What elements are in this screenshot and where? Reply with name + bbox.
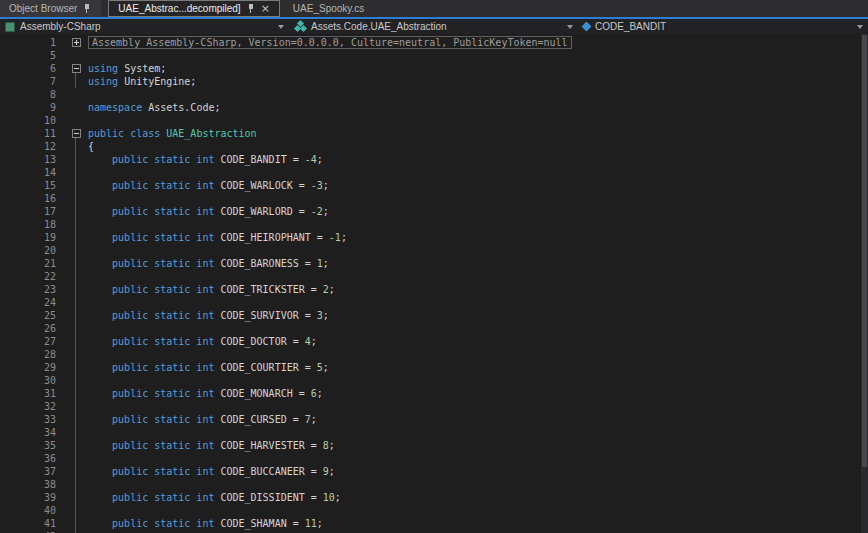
code-line[interactable]: 16 <box>0 192 868 205</box>
chevron-down-icon[interactable] <box>857 25 863 29</box>
code-line[interactable]: 13 public static int CODE_BANDIT = -4; <box>0 153 868 166</box>
line-number: 38 <box>0 478 64 491</box>
code-token: -2 <box>311 206 323 217</box>
code-text: using UnityEngine; <box>88 75 196 88</box>
code-line[interactable]: 11public class UAE_Abstraction <box>0 127 868 140</box>
nav-project-dropdown[interactable]: Assembly-CSharp <box>0 19 289 34</box>
chevron-down-icon[interactable] <box>567 25 573 29</box>
collapsed-region-box[interactable]: Assembly Assembly-CSharp, Version=0.0.0.… <box>88 36 572 49</box>
code-token: CODE_HEIROPHANT = <box>220 232 328 243</box>
fold-margin <box>64 491 88 504</box>
line-number: 11 <box>0 127 64 140</box>
nav-member-dropdown[interactable]: CODE_BANDIT <box>578 19 868 34</box>
code-text: public static int CODE_WARLOCK = -3; <box>88 179 329 192</box>
code-line[interactable]: 1Assembly Assembly-CSharp, Version=0.0.0… <box>0 36 868 49</box>
fold-marker[interactable] <box>64 127 88 140</box>
code-line[interactable]: 21 public static int CODE_BARONESS = 1; <box>0 257 868 270</box>
field-icon <box>582 22 592 32</box>
code-line[interactable]: 14 <box>0 166 868 179</box>
fold-margin <box>64 413 88 426</box>
code-token: using <box>88 76 124 87</box>
line-number: 22 <box>0 270 64 283</box>
tab-decompiled-active[interactable]: UAE_Abstrac...decompiled] × <box>108 0 280 17</box>
line-number: 6 <box>0 62 64 75</box>
code-line[interactable]: 22 <box>0 270 868 283</box>
code-line[interactable]: 25 public static int CODE_SURVIVOR = 3; <box>0 309 868 322</box>
code-line[interactable]: 35 public static int CODE_HARVESTER = 8; <box>0 439 868 452</box>
code-line[interactable]: 32 <box>0 400 868 413</box>
code-line[interactable]: 30 <box>0 374 868 387</box>
fold-margin <box>64 231 88 244</box>
fold-marker[interactable] <box>64 62 88 75</box>
code-text: public static int CODE_WARLORD = -2; <box>88 205 329 218</box>
tab-pin-icon[interactable] <box>246 3 256 14</box>
code-token: 11 <box>305 518 317 529</box>
code-line[interactable]: 7using UnityEngine; <box>0 75 868 88</box>
code-line[interactable]: 36 <box>0 452 868 465</box>
line-number: 8 <box>0 88 64 101</box>
code-editor[interactable]: 1Assembly Assembly-CSharp, Version=0.0.0… <box>0 34 868 533</box>
code-line[interactable]: 31 public static int CODE_MONARCH = 6; <box>0 387 868 400</box>
line-number: 1 <box>0 36 64 49</box>
code-line[interactable]: 5 <box>0 49 868 62</box>
code-text: public static int CODE_SHAMAN = 11; <box>88 517 323 530</box>
code-line[interactable]: 37 public static int CODE_BUCCANEER = 9; <box>0 465 868 478</box>
tab-object-browser[interactable]: Object Browser <box>0 0 101 17</box>
line-number: 5 <box>0 49 64 62</box>
code-line[interactable]: 26 <box>0 322 868 335</box>
line-number: 14 <box>0 166 64 179</box>
code-token: System; <box>124 63 166 74</box>
code-line[interactable]: 17 public static int CODE_WARLORD = -2; <box>0 205 868 218</box>
code-line[interactable]: 10 <box>0 114 868 127</box>
code-line[interactable]: 18 <box>0 218 868 231</box>
line-number: 17 <box>0 205 64 218</box>
nav-type-label: Assets.Code.UAE_Abstraction <box>311 21 447 32</box>
line-number: 21 <box>0 257 64 270</box>
fold-margin <box>64 517 88 530</box>
code-line[interactable]: 41 public static int CODE_SHAMAN = 11; <box>0 517 868 530</box>
chevron-down-icon[interactable] <box>278 25 284 29</box>
code-line[interactable]: 34 <box>0 426 868 439</box>
vertical-scrollbar[interactable] <box>861 34 868 533</box>
code-line[interactable]: 19 public static int CODE_HEIROPHANT = -… <box>0 231 868 244</box>
collapse-region-icon[interactable] <box>72 64 81 73</box>
code-line[interactable]: 28 <box>0 348 868 361</box>
scrollbar-thumb[interactable] <box>862 35 867 467</box>
fold-marker[interactable] <box>64 36 88 49</box>
line-number: 25 <box>0 309 64 322</box>
tab-uae-spooky[interactable]: UAE_Spooky.cs <box>284 0 374 17</box>
code-line[interactable]: 20 <box>0 244 868 257</box>
code-text: public static int CODE_CURSED = 7; <box>88 413 317 426</box>
code-line[interactable]: 33 public static int CODE_CURSED = 7; <box>0 413 868 426</box>
code-token: ; <box>323 362 329 373</box>
code-line[interactable]: 40 <box>0 504 868 517</box>
pin-icon[interactable] <box>82 3 92 14</box>
code-line[interactable]: 29 public static int CODE_COURTIER = 5; <box>0 361 868 374</box>
code-token: -1 <box>329 232 341 243</box>
code-line[interactable]: 15 public static int CODE_WARLOCK = -3; <box>0 179 868 192</box>
collapse-region-icon[interactable] <box>72 129 81 138</box>
expand-region-icon[interactable] <box>72 38 81 47</box>
code-token: UnityEngine; <box>124 76 196 87</box>
nav-type-dropdown[interactable]: Assets.Code.UAE_Abstraction <box>289 19 578 34</box>
code-token: ; <box>329 284 335 295</box>
line-number: 39 <box>0 491 64 504</box>
code-line[interactable]: 39 public static int CODE_DISSIDENT = 10… <box>0 491 868 504</box>
tab-close-icon[interactable]: × <box>261 3 270 14</box>
code-line[interactable]: 9namespace Assets.Code; <box>0 101 868 114</box>
code-line[interactable]: 27 public static int CODE_DOCTOR = 4; <box>0 335 868 348</box>
code-line[interactable]: 23 public static int CODE_TRICKSTER = 2; <box>0 283 868 296</box>
code-token: ; <box>323 258 329 269</box>
code-line[interactable]: 6using System; <box>0 62 868 75</box>
line-number: 16 <box>0 192 64 205</box>
code-line[interactable]: 12{ <box>0 140 868 153</box>
code-line[interactable]: 24 <box>0 296 868 309</box>
code-token: CODE_HARVESTER = <box>220 440 322 451</box>
line-number: 36 <box>0 452 64 465</box>
fold-margin <box>64 439 88 452</box>
code-line[interactable]: 38 <box>0 478 868 491</box>
code-token: UAE_Abstraction <box>166 128 256 139</box>
code-line[interactable]: 8 <box>0 88 868 101</box>
line-number: 35 <box>0 439 64 452</box>
line-number: 18 <box>0 218 64 231</box>
